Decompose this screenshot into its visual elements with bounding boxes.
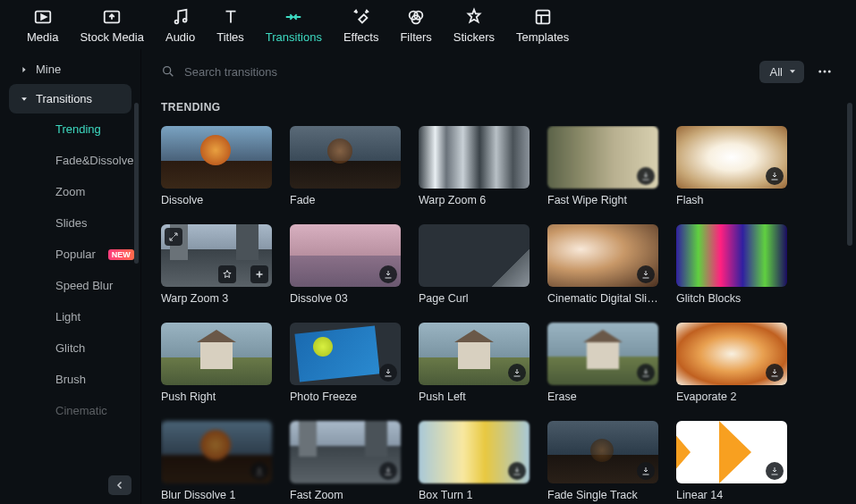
sidebar-item-slides[interactable]: Slides [45, 207, 131, 239]
new-badge: NEW [108, 249, 134, 260]
transition-thumbnail [676, 421, 787, 483]
download-icon[interactable] [508, 364, 526, 382]
transition-label: Push Right [161, 391, 272, 403]
sidebar-item-mine[interactable]: Mine [9, 55, 131, 84]
sidebar-item-speed-blur[interactable]: Speed Blur [45, 270, 131, 301]
transition-card[interactable]: Fast Wipe Right [547, 126, 658, 206]
transition-label: Box Turn 1 [419, 489, 530, 501]
sidebar-item-brush[interactable]: Brush [45, 364, 131, 395]
expand-icon[interactable] [165, 228, 182, 246]
download-icon[interactable] [637, 265, 655, 283]
sidebar-item-glitch[interactable]: Glitch [45, 332, 131, 364]
transition-card[interactable]: Linear 14 [676, 421, 787, 501]
transition-card[interactable]: Fast Zoom [290, 421, 401, 501]
transition-thumbnail [161, 224, 272, 287]
svg-point-4 [182, 19, 186, 22]
transition-card[interactable]: Warp Zoom 3 [161, 224, 272, 305]
tab-label: Stickers [453, 30, 495, 44]
svg-point-10 [818, 71, 821, 73]
transition-card[interactable]: Warp Zoom 6 [419, 126, 530, 206]
tab-titles[interactable]: Titles [216, 7, 244, 44]
transition-card[interactable]: Push Right [161, 323, 272, 403]
transition-label: Erase [547, 391, 658, 403]
top-tab-bar: Media Stock Media Audio Titles Transitio… [0, 0, 856, 49]
tab-label: Templates [516, 30, 569, 44]
sidebar-item-light[interactable]: Light [45, 301, 131, 332]
download-icon[interactable] [508, 462, 526, 480]
sidebar-item-label: Speed Blur [55, 279, 113, 292]
transition-card[interactable]: Photo Freeze [290, 323, 401, 403]
tab-label: Transitions [266, 30, 322, 44]
transition-thumbnail [419, 421, 530, 483]
tab-stock-media[interactable]: Stock Media [80, 7, 144, 44]
sidebar-item-fade-dissolve[interactable]: Fade&Dissolve [45, 145, 131, 176]
download-icon[interactable] [250, 462, 268, 480]
transition-card[interactable]: Fade [290, 126, 401, 206]
transition-card[interactable]: Push Left [419, 323, 530, 403]
tab-label: Stock Media [80, 30, 144, 44]
transition-thumbnail [419, 126, 530, 189]
sidebar-sublist: Trending Fade&Dissolve Zoom Slides Popul… [9, 113, 131, 426]
tab-filters[interactable]: Filters [400, 7, 431, 44]
transition-thumbnail [290, 224, 401, 287]
download-icon[interactable] [379, 265, 397, 283]
tab-transitions[interactable]: Transitions [266, 7, 322, 44]
tab-media[interactable]: Media [27, 7, 58, 44]
add-icon[interactable] [250, 265, 268, 283]
stock-media-icon [102, 7, 122, 27]
download-icon[interactable] [637, 167, 655, 185]
download-icon[interactable] [766, 167, 784, 185]
download-icon[interactable] [766, 364, 784, 382]
transition-card[interactable]: Blur Dissolve 1 [161, 421, 272, 501]
sidebar-item-transitions[interactable]: Transitions [9, 84, 131, 113]
transition-card[interactable]: Glitch Blocks [676, 224, 787, 305]
download-icon[interactable] [766, 462, 784, 480]
tab-effects[interactable]: Effects [343, 7, 379, 44]
transition-card[interactable]: Flash [676, 126, 787, 206]
sidebar-item-label: Slides [55, 216, 87, 230]
download-icon[interactable] [637, 462, 655, 480]
tab-label: Audio [165, 30, 195, 44]
transition-label: Dissolve 03 [290, 292, 401, 305]
tab-stickers[interactable]: Stickers [453, 7, 495, 44]
sidebar-item-trending[interactable]: Trending [45, 113, 131, 145]
transition-card[interactable]: Dissolve [161, 126, 272, 206]
sidebar-item-label: Popular [55, 248, 96, 261]
transition-label: Push Left [419, 391, 530, 403]
favorite-icon[interactable] [218, 265, 236, 283]
transition-card[interactable]: Fade Single Track [547, 421, 658, 501]
download-icon[interactable] [379, 364, 397, 382]
transitions-icon [284, 7, 303, 27]
search-input[interactable] [184, 65, 453, 79]
collapse-sidebar-button[interactable] [108, 475, 131, 495]
transition-card[interactable]: Dissolve 03 [290, 224, 401, 305]
transition-card[interactable]: Evaporate 2 [676, 323, 787, 403]
transition-thumbnail [676, 126, 787, 189]
more-button[interactable] [813, 60, 836, 83]
sidebar-item-popular[interactable]: PopularNEW [45, 239, 131, 270]
sidebar-item-label: Brush [55, 373, 86, 386]
transition-card[interactable]: Erase [547, 323, 658, 403]
transition-thumbnail [547, 126, 658, 189]
transition-label: Dissolve [161, 194, 272, 206]
content-scrollbar[interactable] [847, 103, 852, 246]
filter-all-button[interactable]: All [759, 61, 804, 83]
tab-templates[interactable]: Templates [516, 7, 569, 44]
sidebar-scrollbar[interactable] [134, 103, 139, 264]
sidebar-item-cinematic[interactable]: Cinematic [45, 395, 131, 426]
download-icon[interactable] [379, 462, 397, 480]
transition-card[interactable]: Box Turn 1 [419, 421, 530, 501]
transition-label: Fast Wipe Right [547, 194, 658, 206]
transition-card[interactable]: Cinematic Digital Slide 03 [547, 224, 658, 305]
sidebar-item-zoom[interactable]: Zoom [45, 176, 131, 207]
tab-audio[interactable]: Audio [165, 7, 195, 44]
transition-thumbnail [290, 421, 401, 483]
download-icon[interactable] [637, 364, 655, 382]
media-icon [33, 7, 53, 27]
templates-icon [533, 7, 553, 27]
sidebar-item-label: Zoom [55, 185, 85, 198]
transition-card[interactable]: Page Curl [419, 224, 530, 305]
svg-point-3 [174, 21, 178, 24]
stickers-icon [464, 7, 484, 27]
transition-label: Flash [676, 194, 787, 206]
